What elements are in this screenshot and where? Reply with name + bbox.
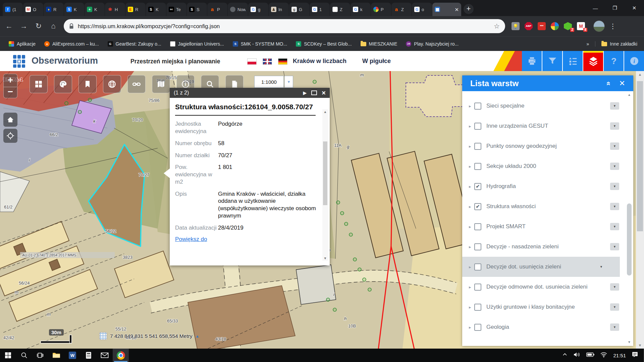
browser-tab[interactable]: f(1	[3, 3, 23, 16]
home-button[interactable]: ⌂	[48, 20, 59, 32]
back-button[interactable]: ←	[3, 20, 15, 32]
scroll-down-icon[interactable]: ▼	[636, 343, 644, 347]
popup-next-button[interactable]: ▶	[303, 90, 307, 96]
layer-row[interactable]: ▸Projekt SMART▼	[462, 217, 633, 237]
layer-checkbox[interactable]	[474, 324, 481, 331]
hidden-icons-tray-icon[interactable]	[562, 352, 568, 359]
popup-scrollbar[interactable]: ▲ ▼	[322, 109, 328, 261]
expand-arrow-icon[interactable]: ▸	[469, 204, 474, 209]
layer-dropdown-button[interactable]: ▼	[610, 142, 619, 150]
browser-tab[interactable]: aZ	[391, 3, 412, 16]
browser-tab[interactable]: ♦R	[44, 3, 64, 16]
expand-arrow-icon[interactable]: ▸	[469, 264, 474, 269]
help-button[interactable]: ?	[604, 51, 624, 71]
browser-tab[interactable]: SS	[187, 3, 207, 16]
layer-checkbox[interactable]	[474, 284, 481, 291]
browser-tab[interactable]: ▦✕	[432, 3, 461, 16]
panel-close-button[interactable]: ✕	[619, 79, 625, 88]
expand-arrow-icon[interactable]: ▸	[469, 285, 474, 290]
browser-tab[interactable]: aP	[207, 3, 227, 16]
browser-tab[interactable]: Nowa	[228, 3, 248, 16]
zoom-in-button[interactable]: +	[4, 74, 17, 87]
layer-dropdown-button[interactable]: ▼	[610, 183, 619, 190]
expand-arrow-icon[interactable]: ▸	[469, 184, 474, 189]
link-krakow-w-liczbach[interactable]: Kraków w liczbach	[293, 58, 346, 65]
layer-dropdown-button[interactable]: ▼	[610, 223, 619, 230]
bookmark-star-icon[interactable]: ☆	[494, 22, 500, 30]
layer-row[interactable]: ▸Inne urządzenia GESUT▼	[462, 116, 633, 136]
bookmark-item[interactable]: GGearBest: Zakupy o...	[108, 41, 161, 47]
layer-dropdown-button[interactable]: ▼	[610, 122, 619, 130]
layer-dropdown-button[interactable]: ▼	[610, 102, 619, 110]
link-w-pigulce[interactable]: W pigułce	[362, 58, 391, 65]
layer-dropdown-button[interactable]: ▼	[610, 243, 619, 250]
layer-checkbox[interactable]	[474, 103, 481, 110]
adblock-plus-icon[interactable]: ABP	[524, 22, 533, 31]
layer-row[interactable]: ▸Sieci specjalne▼	[462, 96, 633, 116]
scroll-up-icon[interactable]: ▲	[626, 93, 632, 97]
browser-tab[interactable]: MO	[23, 3, 43, 16]
taskbar-word-button[interactable]: W	[64, 349, 80, 362]
layer-row[interactable]: ▸Użytki gruntowe i klasy bonitacyjne▼	[462, 297, 633, 317]
scale-selector[interactable]: 1:1000	[254, 76, 284, 88]
zoom-out-button[interactable]: −	[4, 87, 17, 98]
taskbar-chrome-button[interactable]	[113, 349, 129, 362]
coordinates-expand-icon[interactable]: ▲	[196, 334, 200, 339]
bookmark-item[interactable]: Aplikacje	[9, 41, 36, 47]
bookmark-item[interactable]: Jagiellonian Univers...	[170, 41, 224, 47]
scroll-down-icon[interactable]: ▼	[626, 340, 632, 344]
home-extent-button[interactable]	[3, 113, 17, 127]
wifi-tray-icon[interactable]	[600, 352, 607, 359]
layer-checkbox[interactable]	[474, 143, 481, 150]
browser-tab[interactable]: Gk	[351, 3, 371, 16]
layer-checkbox[interactable]: ✔	[474, 183, 481, 190]
browser-tab[interactable]: Gg	[248, 3, 268, 16]
layer-checkbox[interactable]	[474, 123, 481, 130]
taskbar-task-view-button[interactable]	[32, 349, 48, 362]
battery-tray-icon[interactable]	[586, 352, 594, 358]
browser-tab[interactable]: ♟In	[269, 3, 289, 16]
palette-tool-button[interactable]	[54, 75, 72, 93]
expand-arrow-icon[interactable]: ▸	[469, 124, 474, 129]
legend-button[interactable]	[563, 51, 583, 71]
scroll-down-icon[interactable]: ▼	[322, 256, 328, 260]
browser-tab[interactable]: ❀H	[105, 3, 125, 16]
polish-flag-icon[interactable]	[247, 58, 257, 65]
taskbar-explorer-button[interactable]	[48, 349, 64, 362]
expand-arrow-icon[interactable]: ▸	[469, 305, 474, 310]
layer-dropdown-button[interactable]: ▼	[610, 283, 619, 291]
layer-dropdown-button[interactable]: ▼	[597, 263, 606, 270]
panel-scrollbar-thumb[interactable]	[627, 203, 632, 276]
map-area[interactable]: ETAPA-166/261/2ik75/8675/870/2070/1570/1…	[0, 71, 644, 349]
expand-arrow-icon[interactable]: ▸	[469, 244, 474, 249]
browser-menu-button[interactable]: ⋮	[609, 22, 616, 30]
taskbar-mail-button[interactable]	[97, 349, 113, 362]
grid-tool-button[interactable]	[30, 75, 48, 93]
filter-button[interactable]	[542, 51, 562, 71]
map-tool-button[interactable]	[152, 75, 170, 93]
taskbar-start-button[interactable]	[0, 349, 16, 362]
idea-extension-icon[interactable]: 💡	[511, 22, 520, 31]
german-flag-icon[interactable]	[278, 58, 287, 65]
layer-row[interactable]: ▸Decyzje - nasadzenia zieleni▼	[462, 237, 633, 257]
layer-checkbox[interactable]	[474, 163, 481, 170]
window-close-button[interactable]: ✕	[625, 0, 644, 16]
volume-tray-icon[interactable]	[573, 352, 581, 359]
panel-collapse-button[interactable]: »	[604, 81, 612, 85]
bookmark-item[interactable]: »	[586, 41, 589, 47]
browser-tab[interactable]: gG	[289, 3, 309, 16]
page-scrollbar-thumb[interactable]	[637, 81, 643, 231]
layer-checkbox[interactable]	[474, 304, 481, 311]
bookmark-item[interactable]: 24Play. Najszybciej ro...	[406, 41, 459, 47]
new-tab-button[interactable]: +	[464, 4, 474, 14]
expand-arrow-icon[interactable]: ▸	[469, 104, 474, 109]
reload-button[interactable]: ↻	[33, 20, 44, 32]
globe-tool-button[interactable]	[103, 75, 121, 93]
scroll-up-icon[interactable]: ▲	[322, 110, 328, 114]
bookmark-item[interactable]: MIESZKANIE	[361, 41, 397, 47]
info-button[interactable]: i	[624, 51, 644, 71]
mail-checker-icon[interactable]: M8	[577, 22, 585, 31]
layer-row[interactable]: ▸Sekcje układu 2000▼	[462, 156, 633, 176]
scale-dropdown-button[interactable]: ▼	[284, 76, 293, 88]
browser-tab[interactable]: P	[371, 3, 391, 16]
